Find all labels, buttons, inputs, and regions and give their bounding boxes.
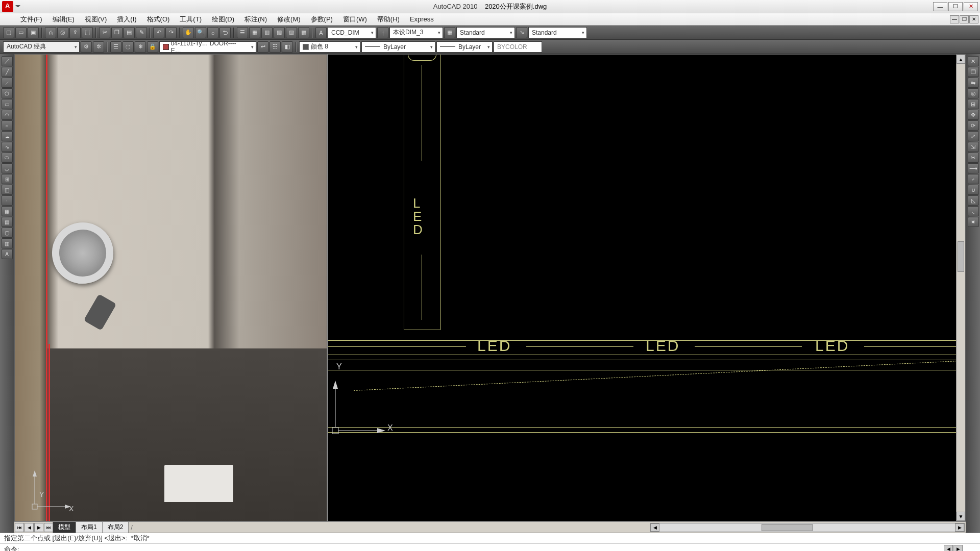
mirror-icon[interactable]: ⇋ xyxy=(968,78,979,88)
menu-tools[interactable]: 工具(T) xyxy=(175,13,207,26)
circle-icon[interactable]: ○ xyxy=(2,120,13,131)
scroll-up-icon[interactable]: ▲ xyxy=(957,55,965,64)
menu-view[interactable]: 视图(V) xyxy=(80,13,112,26)
array-icon[interactable]: ⊞ xyxy=(968,99,979,109)
designcenter-icon[interactable]: ▦ xyxy=(249,27,260,38)
tab-layout2[interactable]: 布局2 xyxy=(102,521,129,533)
textstyle-dropdown[interactable]: Standard xyxy=(456,27,515,38)
workspace-settings-icon[interactable]: ⚙ xyxy=(81,41,92,53)
textstyle-icon[interactable]: A xyxy=(315,27,327,38)
workspace-dropdown[interactable]: AutoCAD 经典 xyxy=(3,41,80,53)
menu-file[interactable]: 文件(F) xyxy=(15,13,47,26)
linetype-dropdown[interactable]: ByLayer xyxy=(361,41,435,53)
mdi-close-button[interactable]: ✕ xyxy=(969,15,978,23)
insert-icon[interactable]: ⊞ xyxy=(2,174,13,184)
copy-icon[interactable]: ❐ xyxy=(111,27,122,38)
color-dropdown[interactable]: 颜色 8 xyxy=(299,41,360,53)
toolpalette-icon[interactable]: ▥ xyxy=(261,27,273,38)
cmd-scroll-right-icon[interactable]: ▶ xyxy=(953,545,963,552)
dimstyle-dropdown[interactable]: CCD_DIM xyxy=(328,27,376,38)
zoom-prev-icon[interactable]: ⮌ xyxy=(219,27,231,38)
menu-help[interactable]: 帮助(H) xyxy=(372,13,405,26)
polygon-icon[interactable]: ⬠ xyxy=(2,88,13,98)
layer-dropdown[interactable]: 04-1101-Ty… DOOR---- E… xyxy=(159,41,256,53)
tab-last-button[interactable]: ⏭ xyxy=(44,523,53,532)
mleader-icon[interactable]: ↘ xyxy=(516,27,527,38)
hatch-icon[interactable]: ▦ xyxy=(2,206,13,216)
dimstyle2-dropdown[interactable]: 本设DIM_3 xyxy=(389,27,443,38)
open-icon[interactable]: ▭ xyxy=(15,27,27,38)
zoom-rt-icon[interactable]: 🔍 xyxy=(195,27,206,38)
rotate-icon[interactable]: ⟳ xyxy=(968,120,979,131)
menu-window[interactable]: 窗口(W) xyxy=(338,13,372,26)
menu-insert[interactable]: 插入(I) xyxy=(112,13,141,26)
spline-icon[interactable]: ∿ xyxy=(2,142,13,152)
offset-icon[interactable]: ◎ xyxy=(968,88,979,98)
scroll-down-icon[interactable]: ▼ xyxy=(957,512,965,521)
region-icon[interactable]: ▢ xyxy=(2,228,13,238)
viewport-scrollbar-horizontal[interactable]: ◀ ▶ xyxy=(650,523,965,532)
plot-icon[interactable]: ⎙ xyxy=(45,27,56,38)
markup-icon[interactable]: ▨ xyxy=(286,27,297,38)
layer-manager-icon[interactable]: ☰ xyxy=(110,41,121,53)
move-icon[interactable]: ✥ xyxy=(968,110,979,120)
join-icon[interactable]: ∪ xyxy=(968,185,979,195)
maximize-button[interactable]: ☐ xyxy=(948,2,963,11)
viewport-scrollbar-vertical[interactable]: ▲ ▼ xyxy=(956,55,965,521)
layer-freeze-icon[interactable]: ❄ xyxy=(135,41,146,53)
mdi-minimize-button[interactable]: — xyxy=(950,15,959,23)
paste-icon[interactable]: ▤ xyxy=(124,27,135,38)
layer-state-icon[interactable]: ☷ xyxy=(270,41,281,53)
close-button[interactable]: ✕ xyxy=(964,2,978,11)
explode-icon[interactable]: ✷ xyxy=(968,217,979,227)
layer-prev-icon[interactable]: ↩ xyxy=(257,41,268,53)
menu-modify[interactable]: 修改(M) xyxy=(272,13,306,26)
arc-icon[interactable]: ◠ xyxy=(2,110,13,120)
viewport-left[interactable]: Y X xyxy=(14,54,327,521)
scale-icon[interactable]: ⤢ xyxy=(968,131,979,141)
ellipsearc-icon[interactable]: ◡ xyxy=(2,163,13,173)
stretch-icon[interactable]: ⇲ xyxy=(968,142,979,152)
dim-icon[interactable]: ⟊ xyxy=(377,27,388,38)
save-icon[interactable]: ▣ xyxy=(28,27,39,38)
menu-format[interactable]: 格式(O) xyxy=(142,13,175,26)
3dprint-icon[interactable]: ⬚ xyxy=(82,27,93,38)
publish-icon[interactable]: ⇪ xyxy=(69,27,81,38)
layer-lock-icon[interactable]: 🔒 xyxy=(147,41,158,53)
properties-icon[interactable]: ☰ xyxy=(237,27,248,38)
copy2-icon[interactable]: ❐ xyxy=(968,67,979,77)
xline-icon[interactable]: ╱ xyxy=(2,67,13,77)
extend-icon[interactable]: ⟶ xyxy=(968,163,979,173)
quickcalc-icon[interactable]: ▩ xyxy=(298,27,309,38)
ellipse-icon[interactable]: ⬭ xyxy=(2,153,13,163)
mdi-restore-button[interactable]: ❐ xyxy=(960,15,969,23)
zoom-win-icon[interactable]: ⌕ xyxy=(207,27,218,38)
mtext-icon[interactable]: A xyxy=(2,249,13,259)
menu-draw[interactable]: 绘图(D) xyxy=(207,13,239,26)
new-icon[interactable]: ▢ xyxy=(3,27,14,38)
fillet-icon[interactable]: ◟ xyxy=(968,206,979,216)
tab-first-button[interactable]: ⏮ xyxy=(15,523,24,532)
menu-express[interactable]: Express xyxy=(405,14,439,24)
undo-icon[interactable]: ↶ xyxy=(153,27,164,38)
rectangle-icon[interactable]: ▭ xyxy=(2,99,13,109)
pline-icon[interactable]: ⟋ xyxy=(2,78,13,88)
cmd-scroll-left-icon[interactable]: ◀ xyxy=(944,545,953,552)
app-icon[interactable] xyxy=(2,1,13,12)
tab-layout1[interactable]: 布局1 xyxy=(76,521,103,533)
table-icon[interactable]: ▦ xyxy=(444,27,455,38)
menu-parametric[interactable]: 参数(P) xyxy=(306,13,338,26)
chamfer-icon[interactable]: ◺ xyxy=(968,195,979,206)
app-menu-chevron-icon[interactable] xyxy=(15,5,20,10)
sheetset-icon[interactable]: ▧ xyxy=(274,27,285,38)
redo-icon[interactable]: ↷ xyxy=(165,27,177,38)
lineweight-dropdown[interactable]: ByLayer xyxy=(436,41,493,53)
revcloud-icon[interactable]: ☁ xyxy=(2,131,13,141)
layer-on-icon[interactable]: ◌ xyxy=(122,41,134,53)
tab-next-button[interactable]: ▶ xyxy=(34,523,43,532)
erase-icon[interactable]: ✕ xyxy=(968,56,979,66)
viewport-right[interactable]: LED LED LED LED xyxy=(327,54,966,521)
break-icon[interactable]: ⌿ xyxy=(968,174,979,184)
cut-icon[interactable]: ✂ xyxy=(99,27,110,38)
line-icon[interactable]: ／ xyxy=(2,56,13,66)
